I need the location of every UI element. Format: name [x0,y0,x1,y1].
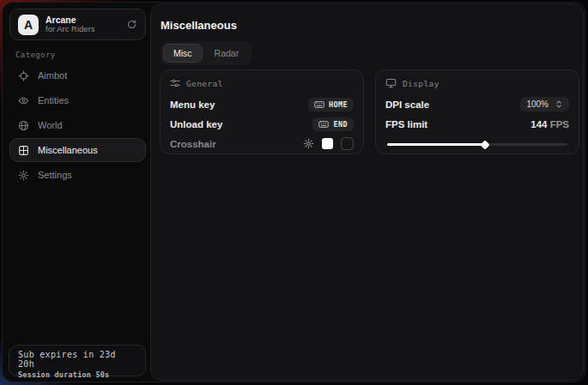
dpi-scale-label: DPI scale [385,99,429,110]
cards-row: General Menu key HOME Unload key [160,69,579,154]
globe-icon [18,120,29,131]
display-card: Display DPI scale 100% FPS limit [375,69,579,154]
fps-slider-fill [387,143,487,146]
sidebar-item-aimbot[interactable]: Aimbot [9,63,146,87]
fps-limit-label: FPS limit [385,119,427,129]
brand-subtitle: for Arc Riders [45,25,95,34]
dpi-scale-row: DPI scale 100% [385,94,569,114]
tab-misc[interactable]: Misc [163,44,203,63]
keyboard-icon [318,120,329,129]
sidebar-item-label: Aimbot [38,70,67,81]
sidebar-item-label: Settings [38,170,72,180]
grid-icon [18,145,29,156]
page-title: Miscellaneous [161,19,237,32]
eye-icon [18,95,29,106]
subscription-info: Sub expires in 23d 20h Session duration … [9,345,146,376]
sidebar-nav: Aimbot Entities World [9,63,146,187]
crosshair-checkbox[interactable] [341,137,354,150]
general-card: General Menu key HOME Unload key [160,69,364,154]
fps-limit-value: 144 [530,119,547,129]
fps-limit-row: FPS limit 144 FPS [385,114,569,134]
unload-key-label: Unload key [170,119,222,129]
main-panel: Miscellaneous Misc Radar General Menu ke… [150,3,584,381]
display-card-title: Display [403,79,439,88]
tab-radar[interactable]: Radar [204,44,250,63]
crosshair-row: Crosshair [170,134,354,153]
sliders-icon [170,78,180,88]
gear-icon [18,170,29,181]
sidebar-item-entities[interactable]: Entities [9,88,146,112]
unload-key-row: Unload key END [170,114,354,134]
sidebar: A Arcane for Arc Riders Category Aimbot [3,3,150,382]
fps-limit-unit: FPS [550,119,569,129]
unload-key-value: END [333,120,348,129]
crosshair-color-swatch[interactable] [322,138,333,149]
unload-key-button[interactable]: END [312,117,354,131]
app-window: A Arcane for Arc Riders Category Aimbot [2,2,585,382]
dpi-scale-select[interactable]: 100% [520,97,569,111]
sub-expiry-text: Sub expires in 23d 20h [18,350,136,369]
dpi-scale-value: 100% [526,99,549,109]
monitor-icon [385,78,397,88]
tab-bar: Misc Radar [161,41,252,65]
chevrons-up-down-icon [555,99,563,109]
brand-logo: A [18,15,39,35]
menu-key-value: HOME [329,100,348,109]
sidebar-item-label: World [38,120,63,130]
sidebar-item-settings[interactable]: Settings [9,163,146,187]
sidebar-item-world[interactable]: World [9,113,146,137]
crosshair-icon [18,70,29,81]
crosshair-settings-gear-icon[interactable] [303,138,314,149]
keyboard-icon [314,100,324,109]
menu-key-row: Menu key HOME [170,94,354,114]
general-card-title: General [186,79,223,88]
sidebar-item-label: Entities [38,95,69,105]
category-label: Category [15,51,56,59]
sidebar-item-miscellaneous[interactable]: Miscellaneous [9,138,146,162]
fps-slider[interactable] [385,139,569,149]
menu-key-button[interactable]: HOME [308,98,354,111]
crosshair-label: Crosshair [170,139,216,149]
brand-card: A Arcane for Arc Riders [9,9,146,40]
sidebar-item-label: Miscellaneous [38,145,98,155]
menu-key-label: Menu key [170,99,215,110]
fps-slider-thumb[interactable] [480,140,489,149]
session-duration-text: Session duration 50s [18,370,136,379]
refresh-icon[interactable] [126,19,137,30]
